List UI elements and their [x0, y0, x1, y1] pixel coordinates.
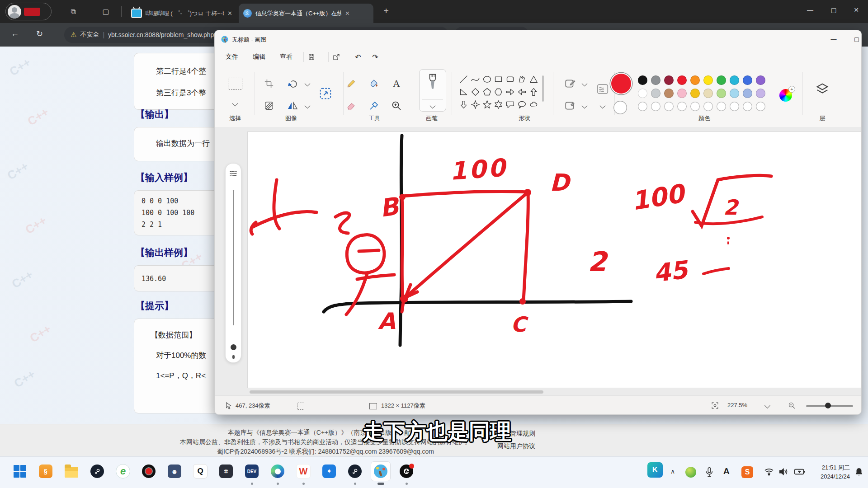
paint-minimize-button[interactable]: — — [823, 30, 844, 48]
flip-dropdown-icon[interactable] — [305, 103, 311, 109]
new-tab-button[interactable]: + — [381, 5, 392, 16]
remove-background-icon[interactable] — [264, 101, 274, 111]
taskbar-steam-icon[interactable] — [87, 461, 107, 481]
tray-k-app-icon[interactable]: K — [647, 462, 663, 478]
share-icon[interactable] — [332, 53, 349, 61]
resize-icon[interactable] — [319, 87, 332, 100]
window-maximize-button[interactable]: ▢ — [822, 0, 845, 20]
tray-wifi-icon[interactable] — [764, 468, 774, 476]
shape-arrow-right-icon[interactable] — [505, 87, 515, 97]
color-swatch[interactable] — [717, 89, 726, 98]
color-swatch[interactable] — [664, 89, 674, 98]
shape-diamond-icon[interactable] — [471, 87, 480, 97]
shape-line-icon[interactable] — [459, 75, 468, 84]
save-icon[interactable] — [307, 53, 325, 61]
taskbar-edge-icon[interactable] — [268, 461, 288, 481]
shape-rectangle-icon[interactable] — [494, 75, 503, 84]
taskbar-orange-app-icon[interactable]: § — [36, 461, 56, 481]
taskbar-thunder-icon[interactable]: ✦ — [319, 461, 339, 481]
pencil-tool-icon[interactable] — [346, 78, 357, 89]
select-dropdown-icon[interactable] — [232, 101, 238, 107]
tray-input-method-icon[interactable]: A — [723, 466, 730, 476]
shape-triangle-icon[interactable] — [529, 75, 538, 84]
taskbar-file-explorer-icon[interactable] — [61, 461, 81, 481]
taskbar-obs-icon[interactable] — [396, 461, 416, 481]
brush-dropdown-icon[interactable] — [430, 103, 436, 109]
window-close-button[interactable]: ✕ — [844, 0, 868, 20]
rotate-icon[interactable] — [287, 78, 298, 89]
color-swatch[interactable] — [638, 89, 647, 98]
color-swatch[interactable] — [664, 75, 674, 85]
color-swatch[interactable] — [756, 102, 765, 111]
edit-colors-wheel-icon[interactable] — [779, 89, 792, 102]
shape-polygon-icon[interactable] — [517, 75, 527, 84]
tray-green-app-icon[interactable] — [685, 467, 696, 478]
tray-battery-icon[interactable] — [794, 468, 806, 476]
menu-file[interactable]: 文件 — [218, 50, 245, 64]
tray-chevron-icon[interactable]: ∧ — [670, 468, 675, 475]
magnifier-tool-icon[interactable] — [391, 100, 402, 111]
fill-tool-icon[interactable] — [368, 78, 379, 89]
color-swatch[interactable] — [690, 89, 700, 98]
flip-icon[interactable] — [287, 100, 298, 111]
color-swatch[interactable] — [638, 102, 647, 111]
shape-outline-icon[interactable] — [564, 78, 576, 89]
tab-close-icon[interactable]: ✕ — [227, 10, 232, 17]
zoom-level-value[interactable]: 227.5% — [727, 402, 747, 408]
outline-dropdown-icon[interactable] — [582, 81, 588, 87]
color-swatch[interactable] — [664, 102, 674, 111]
redo-icon[interactable]: ↷ — [367, 53, 384, 61]
shape-hexagon-icon[interactable] — [494, 87, 503, 97]
taskbar-game-app-icon[interactable]: ☻ — [165, 461, 184, 481]
texture-icon[interactable] — [596, 82, 609, 96]
paint-title-bar[interactable]: 无标题 - 画图 — ▢ — [215, 30, 861, 48]
menu-edit[interactable]: 编辑 — [245, 50, 273, 64]
zoom-fit-icon[interactable] — [711, 402, 719, 409]
thickness-slider-track[interactable] — [233, 190, 234, 325]
color-swatch[interactable] — [730, 75, 739, 85]
tray-sogou-icon[interactable]: S — [741, 466, 753, 478]
color-swatch[interactable] — [703, 89, 713, 98]
taskbar-windows-start-icon[interactable] — [10, 461, 30, 481]
taskbar-dev-cpp-icon[interactable]: DEV — [242, 461, 262, 481]
color-picker-tool-icon[interactable] — [368, 100, 379, 111]
shape-oval-callout-icon[interactable] — [517, 100, 527, 109]
color-swatch[interactable] — [677, 89, 687, 98]
color-swatch[interactable] — [703, 75, 713, 85]
shape-rounded-rectangle-icon[interactable] — [505, 75, 515, 84]
color-swatch[interactable] — [638, 75, 647, 85]
taskbar-ms-paint-icon[interactable] — [371, 461, 391, 481]
shape-speech-bubble-icon[interactable] — [505, 100, 515, 109]
color-swatch[interactable] — [703, 102, 713, 111]
secondary-color-well[interactable] — [613, 101, 627, 114]
layers-icon[interactable] — [815, 81, 830, 97]
fill-dropdown-icon[interactable] — [582, 103, 588, 109]
color-swatch[interactable] — [756, 75, 765, 85]
canvas-horizontal-scrollbar[interactable] — [217, 390, 859, 394]
tab-close-icon[interactable]: ✕ — [345, 10, 350, 17]
shape-star-6-icon[interactable] — [494, 100, 503, 109]
texture-dropdown-icon[interactable] — [600, 103, 606, 109]
eraser-tool-icon[interactable] — [346, 100, 357, 111]
color-swatch[interactable] — [756, 89, 765, 98]
color-swatch[interactable] — [690, 75, 700, 85]
zoom-dropdown-icon[interactable] — [764, 403, 770, 408]
rotate-dropdown-icon[interactable] — [305, 81, 311, 87]
color-swatch[interactable] — [690, 102, 700, 111]
shape-right-triangle-icon[interactable] — [459, 87, 468, 97]
color-swatch[interactable] — [651, 89, 660, 98]
reload-icon[interactable]: ↻ — [36, 29, 43, 39]
color-swatch[interactable] — [743, 89, 752, 98]
undo-icon[interactable]: ↶ — [349, 53, 367, 61]
taskbar-browser-e-icon[interactable]: e — [113, 461, 133, 481]
shape-star-4-icon[interactable] — [471, 100, 480, 109]
shape-fill-icon[interactable] — [564, 100, 576, 112]
taskbar-qq-icon[interactable]: Q — [190, 461, 210, 481]
workspaces-icon[interactable]: ⧉ — [68, 6, 79, 17]
tab-actions-icon[interactable]: ▢ — [100, 6, 111, 17]
current-color-well[interactable] — [611, 74, 631, 94]
crop-icon[interactable] — [264, 79, 274, 89]
shape-arrow-left-icon[interactable] — [517, 87, 527, 97]
back-icon[interactable]: ← — [11, 29, 19, 38]
shapes-scrollbar[interactable] — [542, 75, 544, 102]
